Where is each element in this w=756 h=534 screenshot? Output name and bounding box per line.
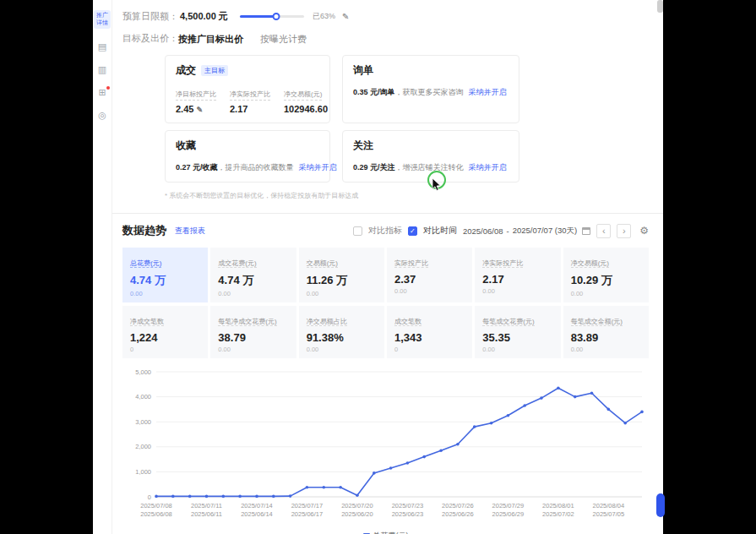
goal-price: 0.29 元/关注 xyxy=(353,163,395,172)
edit-budget-icon[interactable]: ✎ xyxy=(342,12,349,21)
svg-text:2025/06/23: 2025/06/23 xyxy=(392,510,424,518)
goal-stat: 净目标投产比 2.45✎ xyxy=(176,84,216,114)
svg-text:2025/07/23: 2025/07/23 xyxy=(392,502,424,509)
metric-value: 11.26 万 xyxy=(307,273,377,288)
metric-label: 净成交笔数 xyxy=(130,318,164,326)
adopt-and-enable-link[interactable]: 采纳并开启 xyxy=(299,163,337,172)
metric-compare-value: 0.00 xyxy=(482,287,552,295)
metric-label: 净实际投产比 xyxy=(482,259,523,268)
goal-stat-value: 2.45✎ xyxy=(176,104,216,114)
screen: 推广详情 ▤▥⊞◎ 预算日限额： 4,500.00 元 已63% ✎ 目标及出价… xyxy=(0,0,756,534)
goal-desc: ，获取更多买家咨询 xyxy=(395,88,464,96)
budget-slider-handle[interactable] xyxy=(273,13,280,20)
scrollbar-thumb[interactable] xyxy=(657,0,663,13)
metric-cell[interactable]: 净实际投产比 2.17 0.00 xyxy=(475,248,560,302)
metric-value: 35.35 xyxy=(482,331,552,344)
metric-label: 净交易额占比 xyxy=(307,318,347,326)
metric-label: 净交易额(元) xyxy=(571,259,609,268)
trend-line-chart[interactable]: 01,0002,0003,0004,0005,0002025/07/082025… xyxy=(122,363,649,529)
date-range-start: 2025/06/08 xyxy=(463,226,503,236)
svg-text:2025/06/17: 2025/06/17 xyxy=(291,510,324,518)
date-range-picker[interactable]: 2025/06/08 - 2025/07/07 (30天) xyxy=(463,226,590,237)
goal-stat-value: 2.17 xyxy=(230,104,270,114)
bidding-option[interactable]: 按推广目标出价 xyxy=(178,34,243,44)
tools-icon[interactable]: ⊞ xyxy=(98,88,106,97)
svg-text:2025/07/11: 2025/07/11 xyxy=(191,502,222,509)
goal-card: 关注0.29 元/关注，增强店铺关注转化采纳并开启 xyxy=(342,130,519,183)
legend-label: 总花费(元) xyxy=(373,531,409,534)
metric-value: 2.37 xyxy=(394,273,465,286)
bidding-options: 按推广目标出价按曝光计费 xyxy=(178,30,324,46)
metric-cell[interactable]: 成交笔数 1,343 0 xyxy=(387,306,472,358)
daily-budget-row: 预算日限额： 4,500.00 元 已63% ✎ xyxy=(122,10,649,23)
metric-cell[interactable]: 总花费(元) 4.74 万 0.00 xyxy=(122,248,208,302)
goal-card-title: 询单 xyxy=(353,63,373,78)
main-content: 预算日限额： 4,500.00 元 已63% ✎ 目标及出价： 按推广目标出价按… xyxy=(112,0,663,534)
adopt-and-enable-link[interactable]: 采纳并开启 xyxy=(469,88,507,96)
metric-compare-value: 0 xyxy=(394,346,465,353)
next-period-button[interactable]: › xyxy=(617,224,631,238)
floating-side-button[interactable] xyxy=(656,493,665,517)
metric-label: 每笔成交花费(元) xyxy=(482,318,534,326)
metric-value: 10.29 万 xyxy=(571,273,641,288)
metric-cards-grid: 总花费(元) 4.74 万 0.00成交花费(元) 4.74 万 0.00交易额… xyxy=(122,248,649,358)
metric-cell[interactable]: 每笔成交金额(元) 83.89 0.00 xyxy=(563,306,649,358)
report-icon[interactable]: ▥ xyxy=(98,65,106,74)
overview-icon[interactable]: ▤ xyxy=(98,42,106,52)
compare-time-checkbox[interactable]: ✓ xyxy=(408,226,417,236)
goal-card-title: 关注 xyxy=(353,139,373,153)
metric-cell[interactable]: 每笔成交花费(元) 35.35 0.00 xyxy=(475,306,560,358)
prev-period-button[interactable]: ‹ xyxy=(596,224,611,238)
sidebar-items: ▤▥⊞◎ xyxy=(98,42,106,120)
svg-text:5,000: 5,000 xyxy=(135,368,151,376)
goal-card: 收藏0.27 元/收藏，提升商品的收藏数量采纳并开启 xyxy=(165,130,330,183)
goal-stat-label: 净交易额(元) xyxy=(284,90,322,101)
metric-cell[interactable]: 净交易额(元) 10.29 万 0.00 xyxy=(563,248,649,302)
metric-cell[interactable]: 净交易额占比 91.38% 0.00 xyxy=(299,306,384,358)
svg-text:2025/07/08: 2025/07/08 xyxy=(140,502,172,509)
metric-cell[interactable]: 交易额(元) 11.26 万 0.00 xyxy=(299,248,384,302)
primary-goal-badge: 主目标 xyxy=(201,65,228,76)
metric-value: 1,224 xyxy=(130,331,200,344)
metric-cell[interactable]: 净成交笔数 1,224 0 xyxy=(122,306,208,358)
goal-card-title: 成交 xyxy=(176,63,196,78)
budget-amount: 4,500.00 元 xyxy=(180,10,228,23)
metric-cell[interactable]: 实际投产比 2.37 0.00 xyxy=(387,248,472,302)
trend-header: 数据趋势 查看报表 对比指标 ✓ 对比时间 2025/06/08 - 2025/… xyxy=(122,223,649,238)
compare-metric-label: 对比指标 xyxy=(368,225,402,237)
settings-icon[interactable]: ◎ xyxy=(98,111,106,120)
settings-gear-icon[interactable]: ⚙ xyxy=(639,225,649,237)
svg-text:2025/07/05: 2025/07/05 xyxy=(593,510,625,518)
goal-card: 成交主目标 净目标投产比 2.45✎ 净实际投产比 2.17 净交易额(元) 1… xyxy=(165,55,330,123)
svg-text:2025/06/08: 2025/06/08 xyxy=(140,510,172,518)
svg-text:2025/07/02: 2025/07/02 xyxy=(542,510,574,518)
goal-price: 0.35 元/询单 xyxy=(353,88,395,96)
goal-desc: ，增强店铺关注转化 xyxy=(395,163,464,172)
bidding-label: 目标及出价： xyxy=(122,32,178,45)
adopt-and-enable-link[interactable]: 采纳并开启 xyxy=(469,163,507,172)
goal-desc: ，提升商品的收藏数量 xyxy=(218,163,294,172)
bidding-row: 目标及出价： 按推广目标出价按曝光计费 xyxy=(122,30,649,46)
edit-target-icon[interactable]: ✎ xyxy=(196,106,203,114)
metric-cell[interactable]: 每笔净成交花费(元) 38.79 0.00 xyxy=(210,306,296,358)
goal-stat-label: 净实际投产比 xyxy=(230,90,270,101)
svg-text:4,000: 4,000 xyxy=(135,393,151,400)
budget-slider-fill xyxy=(240,15,276,18)
bidding-option[interactable]: 按曝光计费 xyxy=(260,34,307,44)
mini-sidebar: 推广详情 ▤▥⊞◎ xyxy=(93,0,112,534)
budget-slider[interactable] xyxy=(240,15,304,18)
compare-metric-checkbox[interactable] xyxy=(353,226,362,236)
notification-dot xyxy=(106,86,110,90)
svg-text:2025/07/17: 2025/07/17 xyxy=(291,502,324,509)
trend-section-title: 数据趋势 xyxy=(122,223,166,238)
goal-stat-label: 净目标投产比 xyxy=(176,90,216,101)
metric-compare-value: 0.00 xyxy=(218,346,288,353)
metric-value: 4.74 万 xyxy=(130,273,200,288)
svg-text:2025/07/20: 2025/07/20 xyxy=(341,502,373,509)
metric-label: 成交笔数 xyxy=(394,318,422,326)
metric-cell[interactable]: 成交花费(元) 4.74 万 0.00 xyxy=(210,248,296,302)
view-report-link[interactable]: 查看报表 xyxy=(175,226,205,237)
sidebar-item-promo-detail[interactable]: 推广详情 xyxy=(94,10,111,29)
date-range-end: 2025/07/07 (30天) xyxy=(513,226,578,237)
metric-compare-value: 0.00 xyxy=(218,290,288,297)
